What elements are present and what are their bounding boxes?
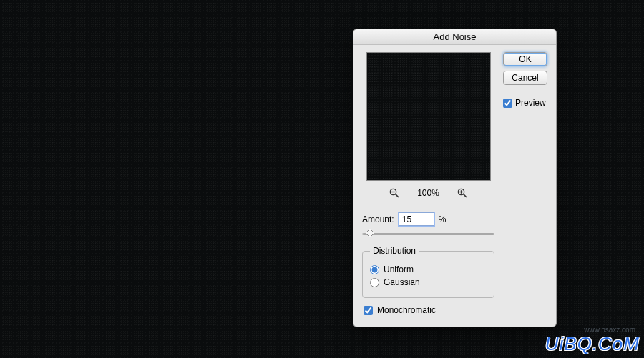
amount-unit: %	[439, 214, 447, 224]
distribution-uniform-row[interactable]: Uniform	[370, 264, 487, 274]
amount-row: Amount: %	[362, 212, 494, 226]
dialog-right-column: OK Cancel Preview	[503, 52, 547, 318]
dialog-left-column: 100% Amount: %	[362, 52, 494, 318]
monochromatic-row[interactable]: Monochromatic	[364, 305, 494, 315]
zoom-in-icon[interactable]	[457, 187, 468, 199]
preview-label: Preview	[515, 98, 546, 108]
ok-button[interactable]: OK	[503, 52, 547, 66]
dialog-body: 100% Amount: %	[353, 45, 556, 327]
slider-track	[362, 233, 494, 235]
distribution-legend: Distribution	[370, 246, 419, 256]
amount-label: Amount:	[362, 214, 394, 224]
svg-line-1	[396, 194, 399, 197]
zoom-out-icon[interactable]	[389, 187, 400, 199]
uniform-radio[interactable]	[370, 265, 379, 274]
zoom-level: 100%	[417, 188, 439, 198]
monochromatic-checkbox[interactable]	[364, 306, 373, 315]
gaussian-label: Gaussian	[384, 277, 420, 287]
distribution-group: Distribution Uniform Gaussian	[362, 246, 494, 298]
amount-slider[interactable]	[362, 227, 494, 240]
svg-line-4	[463, 194, 466, 197]
zoom-controls: 100%	[362, 184, 494, 202]
distribution-gaussian-row[interactable]: Gaussian	[370, 277, 487, 287]
preview-checkbox[interactable]	[503, 99, 512, 108]
preview-thumbnail[interactable]	[366, 52, 491, 181]
watermark: UiBQ.CoM	[545, 333, 640, 355]
gaussian-radio[interactable]	[370, 278, 379, 287]
svg-marker-7	[366, 229, 374, 237]
uniform-label: Uniform	[384, 264, 414, 274]
cancel-button[interactable]: Cancel	[503, 71, 547, 85]
preview-row[interactable]: Preview	[503, 98, 547, 108]
monochromatic-label: Monochromatic	[377, 305, 436, 315]
amount-input[interactable]	[399, 212, 434, 226]
dialog-title: Add Noise	[353, 29, 556, 45]
slider-thumb[interactable]	[365, 228, 375, 238]
add-noise-dialog: Add Noise 100%	[353, 29, 557, 327]
